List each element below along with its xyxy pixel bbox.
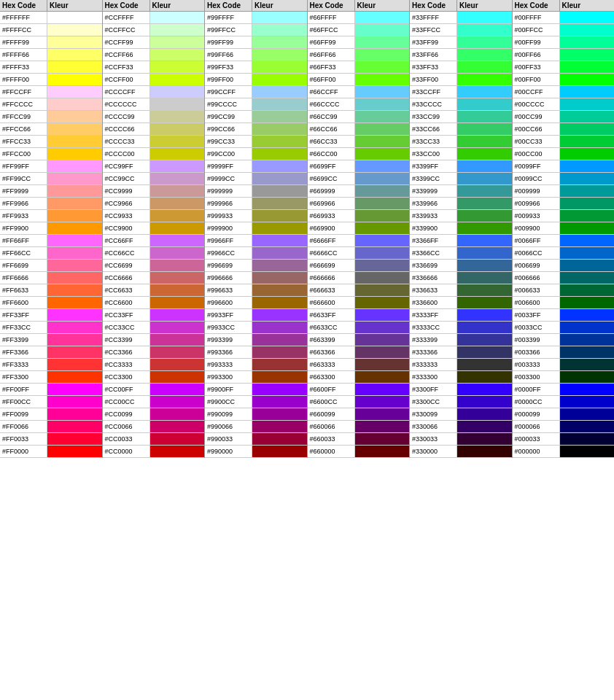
color-swatch: [457, 284, 512, 296]
color-row: #339999: [410, 185, 512, 198]
hex-code-label: #0000CC: [513, 396, 560, 408]
hex-code-label: #FFCC00: [0, 148, 47, 160]
color-row: #FFFFFF: [0, 12, 102, 24]
hex-code-label: #FF3366: [0, 346, 47, 358]
hex-code-label: #000066: [513, 421, 560, 432]
color-row: #0000FF: [513, 384, 615, 396]
color-swatch: [355, 24, 410, 36]
hex-code-label: #66CCCC: [308, 98, 355, 110]
color-row: #00CC99: [513, 111, 615, 123]
hex-code-label: #33FF66: [410, 49, 457, 61]
color-swatch: [150, 371, 205, 383]
color-row: #00CCCC: [513, 98, 615, 111]
color-row: #333300: [410, 371, 512, 384]
color-swatch: [355, 74, 410, 85]
color-swatch: [47, 260, 102, 271]
color-swatch: [560, 284, 615, 296]
color-row: #66CC00: [308, 148, 410, 160]
color-row: #CC9966: [103, 198, 205, 210]
hex-code-label: #33CCCC: [410, 98, 457, 110]
hex-code-label: #FFFFCC: [0, 24, 47, 36]
color-swatch: [252, 98, 307, 110]
color-swatch: [355, 334, 410, 346]
hex-code-label: #CC0033: [103, 433, 150, 445]
color-swatch: [252, 247, 307, 259]
hex-code-label: #663366: [308, 346, 355, 358]
header-hex-label: Hex Code: [103, 0, 150, 11]
color-row: #33FF99: [410, 36, 512, 49]
color-row: #CC3366: [103, 346, 205, 359]
color-row: #6666CC: [308, 247, 410, 260]
color-swatch: [355, 260, 410, 271]
color-swatch: [560, 396, 615, 408]
hex-code-label: #336666: [410, 272, 457, 284]
hex-code-label: #6633FF: [308, 309, 355, 321]
color-row: #99CCFF: [205, 86, 307, 98]
hex-code-label: #FF66FF: [0, 235, 47, 246]
color-row: #CC66FF: [103, 235, 205, 247]
hex-code-label: #000033: [513, 433, 560, 445]
hex-code-label: #999966: [205, 198, 252, 209]
color-swatch: [150, 284, 205, 296]
color-swatch: [355, 384, 410, 395]
color-swatch: [150, 49, 205, 61]
hex-code-label: #6600FF: [308, 384, 355, 395]
header-kleur-label: Kleur: [355, 0, 410, 11]
color-swatch: [457, 433, 512, 445]
color-row: #33FF66: [410, 49, 512, 61]
hex-code-label: #66CCFF: [308, 86, 355, 98]
color-swatch: [457, 297, 512, 308]
hex-code-label: #669966: [308, 198, 355, 209]
hex-code-label: #999933: [205, 210, 252, 222]
hex-code-label: #99FFFF: [205, 12, 252, 23]
color-swatch: [457, 235, 512, 246]
color-swatch: [150, 111, 205, 122]
hex-code-label: #FF33FF: [0, 309, 47, 321]
color-row: #669933: [308, 210, 410, 222]
color-row: #CC0099: [103, 408, 205, 421]
hex-code-label: #CC6600: [103, 297, 150, 308]
color-swatch: [47, 198, 102, 209]
hex-code-label: #330033: [410, 433, 457, 445]
hex-code-label: #FFCC99: [0, 111, 47, 122]
hex-code-label: #993333: [205, 359, 252, 370]
color-row: #66FFCC: [308, 24, 410, 36]
color-swatch: [355, 173, 410, 184]
color-swatch: [150, 222, 205, 234]
hex-code-label: #6699FF: [308, 160, 355, 172]
color-swatch: [150, 334, 205, 346]
hex-code-label: #FF0033: [0, 433, 47, 445]
hex-code-label: #CC3333: [103, 359, 150, 370]
color-swatch: [457, 36, 512, 48]
hex-code-label: #9966FF: [205, 235, 252, 246]
color-swatch: [457, 86, 512, 98]
color-swatch: [560, 198, 615, 209]
hex-code-label: #3333FF: [410, 309, 457, 321]
hex-code-label: #333399: [410, 334, 457, 346]
hex-code-label: #CC3399: [103, 334, 150, 346]
color-row: #CCFF99: [103, 36, 205, 49]
color-row: #0099FF: [513, 160, 615, 173]
color-swatch: [252, 309, 307, 321]
header-hex-label: Hex Code: [308, 0, 355, 11]
color-swatch: [355, 309, 410, 321]
hex-code-label: #66CC66: [308, 123, 355, 135]
hex-code-label: #CCCC99: [103, 111, 150, 122]
color-swatch: [47, 247, 102, 259]
color-row: #660066: [308, 421, 410, 433]
color-swatch: [150, 297, 205, 308]
color-row: #333399: [410, 334, 512, 346]
hex-code-label: #99CC99: [205, 111, 252, 122]
color-row: #996699: [205, 260, 307, 272]
color-swatch: [47, 111, 102, 122]
color-swatch: [47, 359, 102, 370]
color-swatch: [47, 446, 102, 457]
color-swatch: [252, 222, 307, 234]
color-row: #330066: [410, 421, 512, 433]
color-row: #FFFF33: [0, 61, 102, 74]
color-swatch: [560, 160, 615, 172]
hex-code-label: #33CC66: [410, 123, 457, 135]
hex-code-label: #33CC99: [410, 111, 457, 122]
color-row: #CCCC66: [103, 123, 205, 136]
hex-code-label: #0066CC: [513, 247, 560, 259]
